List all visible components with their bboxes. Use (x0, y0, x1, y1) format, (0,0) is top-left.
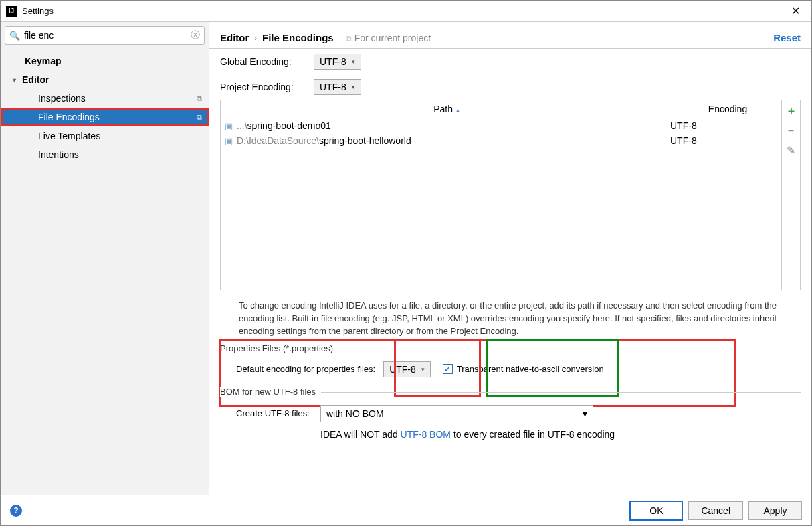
clear-search-icon[interactable]: ⓧ (191, 29, 200, 41)
global-encoding-label: Global Encoding: (220, 56, 314, 67)
sidebar-item-label: Inspections (38, 93, 86, 104)
project-scope-icon: ⧉ (197, 113, 202, 122)
bom-fieldset: BOM for new UTF-8 files Create UTF-8 fil… (220, 392, 801, 446)
folder-icon: ▣ (225, 121, 233, 131)
sidebar-item-label: Intentions (38, 149, 79, 160)
sidebar-item-file-encodings[interactable]: File Encodings ⧉ (1, 108, 209, 126)
transparent-ascii-label: Transparent native-to-ascii conversion (457, 364, 604, 374)
sort-asc-icon: ▲ (455, 107, 461, 114)
note-text: IDEA will NOT add (320, 429, 401, 440)
path-prefix: D:\IdeaDataSource\ (237, 135, 319, 146)
breadcrumb-context: ⧉For current project (346, 33, 431, 43)
bom-note: IDEA will NOT add UTF-8 BOM to every cre… (220, 425, 801, 440)
path-name: spring-boot-helloworld (319, 135, 411, 146)
sidebar-item-intentions[interactable]: Intentions (1, 145, 209, 164)
check-icon: ✓ (444, 365, 451, 374)
window-title: Settings (22, 6, 785, 16)
ok-button[interactable]: OK (629, 501, 683, 521)
select-value: UTF-8 (320, 56, 346, 67)
chevron-down-icon: ▾ (583, 408, 587, 419)
app-icon: IJ (6, 6, 17, 17)
search-icon: 🔍 (9, 31, 20, 41)
reset-link[interactable]: Reset (773, 32, 801, 43)
search-input-wrapper[interactable]: 🔍 ⓧ (5, 26, 205, 45)
project-scope-icon: ⧉ (197, 94, 202, 103)
row-encoding[interactable]: UTF-8 (670, 120, 777, 131)
select-value: UTF-8 (389, 364, 416, 375)
properties-fieldset: Properties Files (*.properties) Default … (220, 349, 801, 387)
project-encoding-label: Project Encoding: (220, 82, 314, 92)
breadcrumb-parent[interactable]: Editor (220, 32, 249, 43)
add-button[interactable]: ＋ (786, 104, 797, 118)
sidebar-item-label: Keymap (25, 56, 61, 66)
sidebar: 🔍 ⓧ Keymap ▾ Editor Inspections ⧉ File E… (1, 22, 209, 495)
sidebar-item-live-templates[interactable]: Live Templates (1, 126, 209, 145)
edit-button[interactable]: ✎ (787, 144, 795, 157)
create-utf8-select[interactable]: with NO BOM ▾ (320, 405, 593, 422)
default-properties-encoding-label: Default encoding for properties files: (236, 364, 375, 374)
transparent-ascii-checkbox[interactable]: ✓ (443, 364, 453, 374)
global-encoding-select[interactable]: UTF-8 ▾ (314, 54, 361, 70)
help-icon[interactable]: ? (10, 505, 22, 517)
chevron-down-icon: ▾ (421, 366, 425, 373)
chevron-down-icon: ▾ (352, 58, 355, 65)
project-scope-icon: ⧉ (346, 34, 352, 43)
select-value: UTF-8 (320, 82, 346, 92)
encoding-table: Path▲ Encoding ▣...\spring-boot-demo01 U… (220, 100, 801, 290)
titlebar: IJ Settings ✕ (1, 1, 811, 22)
apply-button[interactable]: Apply (748, 501, 802, 520)
sidebar-item-label: File Encodings (38, 112, 100, 122)
header-label: Path (433, 104, 453, 114)
chevron-down-icon: ▾ (13, 76, 22, 84)
sidebar-item-inspections[interactable]: Inspections ⧉ (1, 89, 209, 108)
breadcrumb: Editor › File Encodings ⧉For current pro… (209, 27, 811, 49)
default-properties-encoding-select[interactable]: UTF-8 ▾ (383, 361, 431, 377)
help-text: To change encoding IntelliJ IDEA uses fo… (220, 290, 801, 343)
project-encoding-select[interactable]: UTF-8 ▾ (314, 79, 361, 95)
chevron-down-icon: ▾ (352, 84, 355, 90)
create-utf8-label: Create UTF-8 files: (236, 408, 320, 418)
close-icon[interactable]: ✕ (785, 5, 806, 17)
fieldset-legend: BOM for new UTF-8 files (220, 387, 321, 397)
sidebar-item-label: Live Templates (38, 130, 100, 141)
path-name: spring-boot-demo01 (247, 120, 331, 131)
sidebar-item-label: Editor (22, 74, 49, 85)
note-text: to every created file in UTF-8 encoding (451, 429, 615, 440)
chevron-right-icon: › (254, 34, 257, 42)
fieldset-legend: Properties Files (*.properties) (220, 343, 338, 353)
table-toolbar: ＋ − ✎ (781, 100, 800, 290)
settings-tree: Keymap ▾ Editor Inspections ⧉ File Encod… (1, 49, 209, 164)
sidebar-item-keymap[interactable]: Keymap (1, 52, 209, 70)
content-panel: Editor › File Encodings ⧉For current pro… (209, 22, 811, 495)
context-label: For current project (354, 33, 431, 43)
table-row[interactable]: ▣...\spring-boot-demo01 UTF-8 (221, 118, 781, 133)
path-prefix: ...\ (237, 120, 247, 131)
folder-icon: ▣ (225, 136, 233, 146)
utf8-bom-link[interactable]: UTF-8 BOM (401, 429, 451, 440)
select-value: with NO BOM (326, 408, 583, 419)
column-header-encoding[interactable]: Encoding (674, 100, 781, 118)
column-header-path[interactable]: Path▲ (221, 100, 674, 118)
cancel-button[interactable]: Cancel (688, 501, 743, 520)
dialog-footer: ? OK Cancel Apply (1, 495, 811, 525)
sidebar-item-editor[interactable]: ▾ Editor (1, 70, 209, 89)
remove-button[interactable]: − (788, 125, 794, 137)
search-input[interactable] (24, 30, 191, 41)
breadcrumb-current: File Encodings (262, 32, 334, 43)
table-row[interactable]: ▣D:\IdeaDataSource\spring-boot-helloworl… (221, 133, 781, 148)
row-encoding[interactable]: UTF-8 (670, 135, 777, 146)
